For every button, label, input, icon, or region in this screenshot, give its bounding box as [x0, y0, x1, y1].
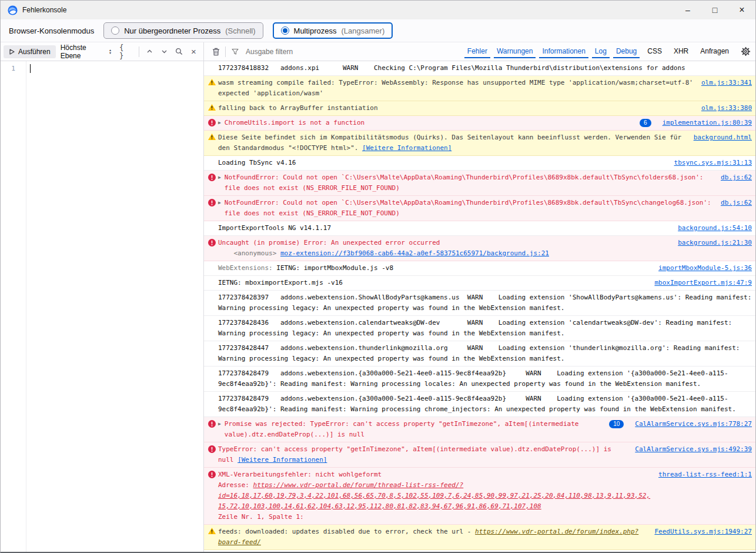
radio-checked-icon [281, 26, 289, 35]
message-segment: Loading TbSync v4.16 [218, 159, 296, 166]
repeat-count-badge: 6 [640, 119, 651, 127]
filter-warnings[interactable]: Warnungen [494, 45, 536, 58]
source-location-link[interactable]: background.js:54:10 [678, 223, 752, 234]
source-location-link[interactable]: CalAlarmService.sys.mjs:778:27 [635, 419, 752, 429]
filter-debug[interactable]: Debug [613, 45, 640, 58]
code-editor-pane[interactable]: 1 [1, 61, 204, 552]
message-segment: 1772378418832 addons.xpi WARN Checking C… [218, 64, 685, 72]
source-location-link[interactable]: background.html [694, 132, 752, 143]
message-text: falling back to ArrayBuffer instantiatio… [218, 103, 695, 114]
message-text: WebExtensions: IETNG: importMboxModule.j… [218, 263, 653, 274]
console-mode-bar: Browser-Konsolenmodus Nur übergeordneter… [1, 19, 755, 42]
message-link[interactable]: [Weitere Informationen] [362, 144, 451, 152]
settings-gear-icon[interactable] [741, 46, 751, 56]
source-location-link[interactable]: thread-list-rss-feed:1:1 [658, 469, 752, 480]
mode-option-parent-process[interactable]: Nur übergeordneter Prozess (Schnell) [103, 22, 263, 39]
message-text: NotFoundError: Could not open `C:\Users\… [225, 198, 715, 219]
editor-input[interactable] [26, 61, 203, 552]
pretty-print-button[interactable]: { } [116, 44, 135, 60]
filter-output-input[interactable]: Ausgabe filtern [246, 48, 293, 56]
console-row-14: 1772378428447 addons.webextension.thunde… [204, 341, 755, 367]
clear-input-icon[interactable]: × [187, 45, 200, 59]
source-location-link[interactable]: olm.js:33:380 [701, 103, 752, 114]
filter-xhr[interactable]: XHR [671, 45, 691, 58]
source-location-link[interactable]: CalAlarmService.sys.mjs:492:39 [635, 444, 752, 455]
message-segment: NotFoundError: Could not open `C:\Users\… [225, 174, 707, 192]
console-row-17: ▶Promise was rejected: TypeError: can't … [204, 417, 755, 442]
source-location-link[interactable]: FeedUtils.sys.mjs:1949:27 [654, 527, 752, 537]
message-link[interactable]: moz-extension://f3bf9068-cab6-44a2-a0ef-… [280, 249, 549, 257]
play-icon [9, 49, 15, 55]
message-segment: IETNG: importMboxModule.js -v8 [276, 264, 393, 272]
expand-arrow-icon[interactable]: ▶ [218, 198, 221, 208]
console-row-9: Uncaught (in promise) Error: An unexpect… [204, 236, 755, 261]
source-location-link[interactable]: mboxImportExport.mjs:47:9 [654, 278, 752, 288]
search-icon[interactable] [172, 45, 186, 59]
trash-icon[interactable] [209, 45, 223, 59]
console-row-12: 1772378428397 addons.webextension.ShowAl… [204, 291, 755, 316]
main-area: 1 1772378418832 addons.xpi WARN Checking… [1, 61, 755, 552]
editor-toolbar: Ausführen Höchste Ebene ▴▾ { } × [1, 42, 204, 61]
editor-gutter: 1 [1, 61, 26, 552]
radio-unchecked-icon [111, 26, 119, 35]
console-toolbar: Ausführen Höchste Ebene ▴▾ { } × [1, 42, 755, 61]
expand-arrow-icon[interactable]: ▶ [218, 419, 221, 429]
minimize-button[interactable]: – [674, 1, 701, 19]
expand-arrow-icon[interactable]: ▶ [218, 118, 221, 128]
mode-option-multiprocess[interactable]: Multiprozess (Langsamer) [273, 22, 393, 39]
evaluation-scope-select[interactable]: Höchste Ebene ▴▾ [57, 41, 115, 62]
titlebar: Fehlerkonsole – □ × [1, 1, 755, 19]
run-label: Ausführen [18, 48, 51, 56]
filter-requests[interactable]: Anfragen [697, 45, 732, 58]
message-text: 1772378428479 addons.webextension.{a300a… [218, 394, 752, 415]
chevron-down-icon[interactable] [158, 45, 171, 59]
expand-arrow-icon[interactable]: ▶ [218, 172, 221, 183]
mode-label: Browser-Konsolenmodus [9, 26, 94, 35]
console-row-0: 1772378418832 addons.xpi WARN Checking C… [204, 61, 755, 76]
source-location-link[interactable]: db.js:62 [721, 198, 752, 208]
message-text: 1772378428397 addons.webextension.ShowAl… [218, 292, 752, 314]
filter-errors[interactable]: Fehler [464, 45, 490, 58]
run-button[interactable]: Ausführen [4, 45, 56, 58]
source-location-link[interactable]: olm.js:33:341 [701, 78, 752, 88]
message-text: Loading TbSync v4.16 [218, 158, 668, 168]
message-text: 1772378428447 addons.webextension.thunde… [218, 343, 752, 364]
maximize-button[interactable]: □ [701, 1, 728, 19]
source-location-link[interactable]: tbsync.sys.mjs:31:13 [674, 158, 752, 168]
warning-icon [208, 528, 216, 534]
source-location-link[interactable]: background.js:21:30 [678, 238, 752, 248]
error-icon [208, 239, 216, 246]
message-link[interactable]: https://www.vdr-portal.de/forum/thread-l… [218, 481, 650, 510]
separator [139, 46, 139, 57]
console-row-11: IETNG: mboximportExport.mjs -v16mboxImpo… [204, 276, 755, 291]
window-title: Fehlerkonsole [22, 6, 66, 14]
chevron-up-icon[interactable] [143, 45, 156, 59]
source-location-link[interactable]: implementation.js:80:39 [663, 118, 752, 128]
message-link[interactable]: [Weitere Informationen] [237, 456, 327, 464]
message-text: Promise was rejected: TypeError: can't a… [225, 419, 604, 440]
message-text: TypeError: can't access property "getInT… [218, 444, 629, 465]
filter-info[interactable]: Informationen [539, 45, 588, 58]
message-text: XML-Verarbeitungsfehler: nicht wohlgefor… [218, 469, 653, 522]
close-button[interactable]: × [728, 1, 755, 19]
message-segment: 1772378428436 addons.webextension.calend… [218, 319, 736, 337]
message-text: Uncaught (in promise) Error: An unexpect… [218, 238, 672, 259]
console-row-7: ▶NotFoundError: Could not open `C:\Users… [204, 196, 755, 221]
message-text: IETNG: mboximportExport.mjs -v16 [218, 278, 648, 288]
output-toolbar: Ausgabe filtern Fehler Warnungen Informa… [204, 42, 755, 61]
mode-option-hint: (Schnell) [225, 26, 255, 35]
message-segment: feeds: downloaded: updates disabled due … [218, 528, 475, 535]
filter-log[interactable]: Log [592, 45, 610, 58]
source-location-link[interactable]: importMboxModule-5.js:36 [658, 263, 752, 274]
filter-css[interactable]: CSS [644, 45, 665, 58]
updown-arrows-icon: ▴▾ [109, 49, 111, 55]
source-location-link[interactable]: db.js:62 [721, 172, 752, 183]
filter-chips: Fehler Warnungen Informationen Log Debug… [463, 45, 735, 58]
console-row-8: ImportExportTools NG v14.1.17background.… [204, 221, 755, 236]
message-text: NotFoundError: Could not open `C:\Users\… [225, 172, 715, 194]
message-text: ImportExportTools NG v14.1.17 [218, 223, 672, 234]
error-icon [208, 119, 216, 126]
error-icon [208, 199, 216, 206]
message-text: wasm streaming compile failed: TypeError… [218, 78, 695, 99]
message-text: feeds: downloaded: updates disabled due … [218, 527, 648, 548]
